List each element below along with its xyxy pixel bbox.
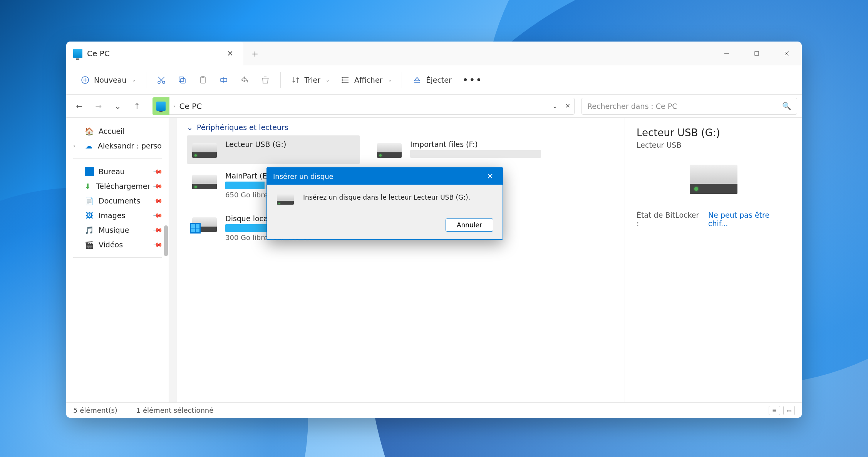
eject-label: Éjecter: [426, 76, 451, 84]
navbar: ← → ⌄ ↑ › Ce PC ⌄ ✕ Rechercher dans : Ce…: [66, 95, 802, 118]
delete-button[interactable]: [255, 71, 276, 89]
pin-icon[interactable]: 📌: [152, 181, 163, 192]
paste-button[interactable]: [193, 71, 213, 89]
back-button[interactable]: ←: [71, 98, 88, 115]
scrollbar-thumb[interactable]: [164, 225, 168, 256]
sidebar-label: Musique: [99, 226, 129, 234]
main-content: ⌄ Périphériques et lecteurs Lecteur USB …: [169, 118, 625, 402]
view-button[interactable]: Afficher ⌄: [335, 71, 397, 89]
music-icon: 🎵: [85, 225, 94, 235]
breadcrumb-dropdown[interactable]: ⌄: [552, 102, 557, 110]
videos-icon: 🎬: [85, 240, 94, 249]
statusbar: 5 élément(s) 1 élément sélectionné ≡ ▭: [66, 402, 802, 418]
toolbar: Nouveau ⌄ Trier ⌄ Afficher ⌄ Éjecter •••: [66, 65, 802, 95]
cancel-button[interactable]: Annuler: [446, 218, 493, 232]
more-button[interactable]: •••: [457, 70, 488, 90]
eject-button[interactable]: Éjecter: [407, 71, 457, 89]
scissors-icon: [156, 75, 166, 85]
sort-icon: [291, 75, 301, 85]
search-input[interactable]: Rechercher dans : Ce PC 🔍: [581, 98, 797, 115]
windows-logo-icon: [190, 223, 201, 234]
new-tab-button[interactable]: ＋: [243, 42, 266, 65]
drive-important-f[interactable]: Important files (F:): [372, 135, 545, 164]
section-devices[interactable]: ⌄ Périphériques et lecteurs: [187, 123, 617, 132]
details-pane: Lecteur USB (G:) Lecteur USB État de Bit…: [625, 118, 802, 402]
svg-point-23: [342, 80, 343, 80]
drive-usb-g[interactable]: Lecteur USB (G:): [187, 135, 360, 164]
svg-point-24: [342, 82, 343, 83]
drive-bar: [410, 150, 541, 158]
pin-icon[interactable]: 📌: [152, 195, 163, 206]
pin-icon[interactable]: 📌: [152, 239, 163, 250]
sidebar-item-videos[interactable]: 🎬 Vidéos 📌: [66, 237, 169, 252]
sidebar-item-onedrive[interactable]: › ☁ Aleksandr : perso: [66, 138, 169, 153]
sidebar-item-pictures[interactable]: 🖼 Images 📌: [66, 208, 169, 223]
svg-rect-11: [181, 78, 185, 83]
details-view-button[interactable]: ≡: [769, 406, 780, 415]
sidebar-item-home[interactable]: 🏠 Accueil: [66, 124, 169, 138]
plus-circle-icon: [80, 75, 90, 85]
breadcrumb-location[interactable]: Ce PC: [179, 102, 202, 111]
maximize-button[interactable]: [742, 42, 772, 65]
view-icon: [340, 75, 350, 85]
new-button[interactable]: Nouveau ⌄: [75, 71, 141, 89]
pin-icon[interactable]: 📌: [152, 225, 163, 235]
tab-close-button[interactable]: ✕: [224, 47, 236, 60]
sidebar-item-music[interactable]: 🎵 Musique 📌: [66, 223, 169, 237]
body: 🏠 Accueil › ☁ Aleksandr : perso Bureau 📌…: [66, 118, 802, 402]
breadcrumb-clear[interactable]: ✕: [565, 102, 570, 110]
svg-rect-1: [755, 52, 759, 55]
chevron-right-icon: ›: [173, 103, 176, 109]
share-button[interactable]: [234, 71, 255, 89]
breadcrumb[interactable]: › Ce PC ⌄ ✕: [152, 98, 575, 115]
chevron-down-icon: ⌄: [388, 77, 392, 83]
dialog-titlebar[interactable]: Insérer un disque ✕: [267, 168, 503, 185]
forward-button[interactable]: →: [90, 98, 107, 115]
tiles-view-button[interactable]: ▭: [783, 406, 795, 415]
sidebar-label: Images: [99, 211, 125, 220]
this-pc-icon: [156, 102, 166, 111]
tab-ce-pc[interactable]: Ce PC ✕: [66, 42, 243, 65]
dialog-title: Insérer un disque: [273, 172, 333, 180]
cloud-icon: ☁: [84, 141, 93, 150]
sidebar-label: Aleksandr : perso: [98, 142, 162, 150]
pin-icon[interactable]: 📌: [152, 166, 163, 177]
copy-button[interactable]: [172, 71, 193, 89]
drive-name: Important files (F:): [410, 140, 541, 148]
breadcrumb-icon-wrap: [152, 97, 169, 115]
up-button[interactable]: ↑: [129, 98, 146, 115]
cut-button[interactable]: [151, 71, 172, 89]
view-label: Afficher: [354, 76, 382, 84]
details-subtitle: Lecteur USB: [637, 141, 790, 149]
desktop-icon: [85, 167, 94, 176]
minimize-button[interactable]: [712, 42, 742, 65]
rename-button[interactable]: [213, 71, 234, 89]
insert-disk-dialog: Insérer un disque ✕ Insérez un disque da…: [266, 167, 503, 240]
pictures-icon: 🖼: [85, 211, 94, 220]
recent-button[interactable]: ⌄: [109, 98, 126, 115]
copy-icon: [177, 75, 187, 85]
sort-button[interactable]: Trier ⌄: [285, 71, 335, 89]
scroll-gutter: [169, 118, 177, 402]
rename-icon: [219, 75, 229, 85]
drive-name: Lecteur USB (G:): [225, 140, 356, 148]
sidebar-label: Bureau: [99, 167, 125, 176]
separator: [127, 406, 127, 415]
dialog-message: Insérez un disque dans le lecteur Lecteu…: [303, 193, 470, 202]
bitlocker-value[interactable]: Ne peut pas être chif...: [708, 211, 790, 228]
dialog-close-button[interactable]: ✕: [484, 170, 496, 182]
close-button[interactable]: [772, 42, 802, 65]
sort-label: Trier: [305, 76, 320, 84]
sidebar: 🏠 Accueil › ☁ Aleksandr : perso Bureau 📌…: [66, 118, 169, 402]
sidebar-label: Accueil: [99, 127, 125, 135]
expand-icon[interactable]: ›: [73, 143, 80, 149]
sidebar-item-documents[interactable]: 📄 Documents 📌: [66, 193, 169, 208]
new-label: Nouveau: [94, 76, 127, 84]
sidebar-item-desktop[interactable]: Bureau 📌: [66, 164, 169, 179]
share-icon: [240, 75, 250, 85]
search-placeholder: Rechercher dans : Ce PC: [587, 102, 677, 110]
pin-icon[interactable]: 📌: [152, 210, 163, 221]
sidebar-label: Vidéos: [99, 240, 123, 249]
separator: [73, 257, 162, 258]
sidebar-item-downloads[interactable]: ⬇ Téléchargements 📌: [66, 179, 169, 193]
